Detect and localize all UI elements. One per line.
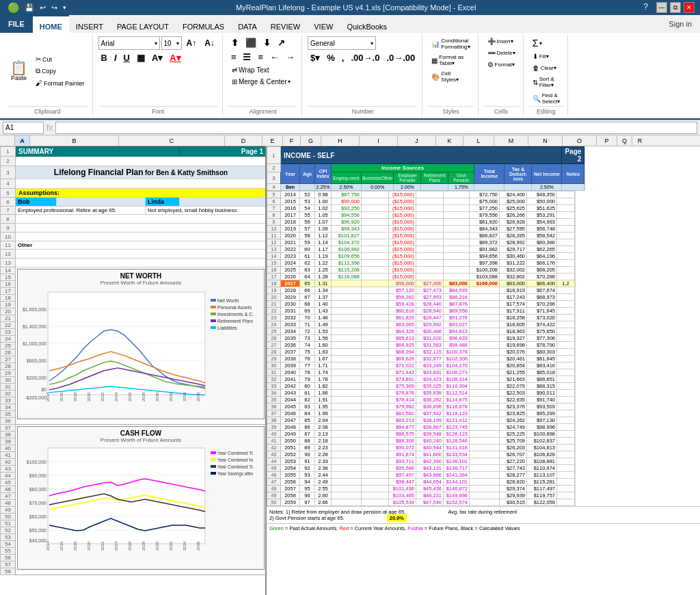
- col-header-n[interactable]: N: [528, 135, 563, 146]
- increase-decimal-btn[interactable]: .0→.00: [383, 51, 418, 64]
- linda-name: Linda: [146, 198, 180, 207]
- tab-data[interactable]: DATA: [231, 15, 264, 33]
- minimize-btn[interactable]: —: [656, 2, 667, 13]
- total-cell: [470, 369, 500, 376]
- col-header-o[interactable]: O: [563, 135, 597, 146]
- align-left-btn[interactable]: ≡: [228, 51, 239, 64]
- bold-btn[interactable]: B: [98, 51, 110, 64]
- col-header-k[interactable]: K: [436, 135, 463, 146]
- font-name-box[interactable]: Arial ▾: [98, 36, 160, 50]
- fill-color-btn[interactable]: A▾: [149, 51, 165, 64]
- col-header-q[interactable]: Q: [617, 135, 632, 146]
- col-header-m[interactable]: M: [494, 135, 528, 146]
- ribbon-tabs: FILE HOME INSERT PAGE LAYOUT FORMULAS DA…: [0, 15, 700, 33]
- restore-btn[interactable]: ⧉: [670, 2, 681, 13]
- col-header-j[interactable]: J: [398, 135, 436, 146]
- ret-cell: [416, 267, 444, 274]
- font-name-dropdown[interactable]: ▾: [154, 40, 157, 47]
- align-middle-btn[interactable]: ⬛: [243, 36, 259, 49]
- underline-btn[interactable]: U: [121, 51, 133, 64]
- italic-btn[interactable]: I: [111, 51, 120, 64]
- quickaccess-undo[interactable]: ↩: [40, 3, 46, 12]
- format-btn[interactable]: ⚙ Format▾: [484, 60, 519, 70]
- insert-btn[interactable]: ➕ Insert▾: [484, 36, 519, 47]
- col-header-l[interactable]: L: [463, 135, 494, 146]
- emp-pen-cell: $105,534: [389, 499, 416, 506]
- font-shrink-btn[interactable]: A↓: [201, 36, 218, 50]
- font-grow-btn[interactable]: A↑: [183, 36, 200, 50]
- cut-btn[interactable]: ✂ Cut: [32, 54, 88, 64]
- quickaccess-redo[interactable]: ↪: [51, 3, 57, 12]
- tab-insert[interactable]: INSERT: [69, 15, 110, 33]
- tax-deductions-header: Tax & Deduct-ions: [504, 164, 532, 184]
- copy-btn[interactable]: ⧉ Copy: [32, 66, 88, 77]
- indent-decrease-btn[interactable]: ←: [267, 51, 282, 64]
- col-header-b[interactable]: B: [30, 135, 119, 146]
- col-header-a[interactable]: A: [15, 135, 30, 146]
- sort-filter-btn[interactable]: ⇅ Sort &Filter▾: [529, 75, 563, 90]
- col-header-h[interactable]: H: [321, 135, 360, 146]
- align-bottom-btn[interactable]: ⬇: [260, 36, 273, 49]
- align-center-btn[interactable]: ☰: [240, 51, 254, 64]
- format-as-table-btn[interactable]: ▦ Format asTable▾: [428, 53, 473, 68]
- tab-quickbooks[interactable]: QuickBooks: [340, 15, 394, 33]
- ribbon: FILE HOME INSERT PAGE LAYOUT FORMULAS DA…: [0, 15, 700, 120]
- rotate-text-btn[interactable]: ↗: [275, 36, 288, 49]
- col-header-d[interactable]: D: [225, 135, 262, 146]
- format-painter-btn[interactable]: 🖌 Format Painter: [32, 78, 88, 88]
- row-num: 7: [1, 207, 16, 215]
- col-header-g[interactable]: G: [301, 135, 321, 146]
- dollar-btn[interactable]: $▾: [308, 51, 323, 64]
- delete-btn[interactable]: ➖ Delete▾: [484, 48, 519, 58]
- clear-btn[interactable]: 🗑 Clear▾: [529, 63, 563, 73]
- tab-formulas[interactable]: FORMULAS: [176, 15, 231, 33]
- notes-cell: [557, 410, 575, 417]
- cash-flow-svg: $100,000 $90,000 $80,000 $70,000 $60,000…: [21, 445, 253, 564]
- cell-styles-btn[interactable]: 🎨 CellStyles▾: [428, 69, 473, 84]
- tab-page-layout[interactable]: PAGE LAYOUT: [110, 15, 176, 33]
- close-btn[interactable]: ✕: [684, 2, 695, 13]
- col-header-e[interactable]: E: [262, 135, 283, 146]
- quickaccess-save[interactable]: 💾: [25, 3, 34, 12]
- percent-btn[interactable]: %: [324, 51, 338, 64]
- number-format-box[interactable]: General ▾: [308, 36, 376, 50]
- wrap-text-btn[interactable]: ⇌ Wrap Text: [228, 65, 297, 75]
- row-num: 13: [267, 246, 281, 253]
- col-header-i[interactable]: I: [360, 135, 398, 146]
- font-size-box[interactable]: 10 ▾: [161, 36, 182, 50]
- help-btn[interactable]: ?: [643, 2, 648, 13]
- border-btn[interactable]: ▦: [134, 51, 148, 64]
- cell-ref-box[interactable]: A1: [3, 122, 44, 134]
- font-color-btn[interactable]: A▾: [167, 51, 183, 64]
- sum-dropdown[interactable]: ▾: [539, 40, 542, 47]
- number-format-dropdown[interactable]: ▾: [371, 40, 373, 47]
- col-header-r[interactable]: R: [632, 135, 647, 146]
- tab-file[interactable]: FILE: [0, 15, 33, 33]
- col-header-f[interactable]: F: [283, 135, 301, 146]
- col-header-c[interactable]: C: [119, 135, 225, 146]
- autosum-btn[interactable]: Σ ▾: [529, 36, 563, 50]
- paste-btn[interactable]: 📋 Paste: [7, 51, 31, 91]
- tab-home[interactable]: HOME: [33, 15, 69, 33]
- sort-label: Sort &Filter▾: [539, 76, 554, 88]
- comma-btn[interactable]: ,: [339, 51, 347, 64]
- quickaccess-more[interactable]: ▾: [63, 4, 66, 11]
- align-right-btn[interactable]: ≡: [255, 51, 266, 64]
- col-header-p[interactable]: P: [597, 135, 617, 146]
- signin-link[interactable]: Sign in: [660, 15, 700, 33]
- merge-center-btn[interactable]: ⊞ Merge & Center ▾: [228, 77, 297, 87]
- tab-view[interactable]: VIEW: [307, 15, 340, 33]
- find-select-btn[interactable]: 🔍 Find &Select▾: [529, 91, 563, 106]
- font-size-dropdown[interactable]: ▾: [176, 40, 179, 47]
- formula-input[interactable]: [55, 122, 697, 134]
- age-cell: 63: [300, 267, 315, 274]
- merge-dropdown[interactable]: ▾: [288, 79, 291, 85]
- fill-btn[interactable]: ⬇ Fill▾: [529, 51, 563, 62]
- conditional-formatting-btn[interactable]: 📊 ConditionalFormatting▾: [428, 36, 473, 51]
- svg-text:2030: 2030: [155, 541, 159, 551]
- tab-review[interactable]: REVIEW: [264, 15, 307, 33]
- right-scroll[interactable]: 1 INCOME - SELF Page 2 2 Year Age CPI In…: [267, 146, 700, 595]
- align-top-btn[interactable]: ⬆: [228, 36, 241, 49]
- indent-increase-btn[interactable]: →: [283, 51, 297, 64]
- decrease-decimal-btn[interactable]: .00→.0: [348, 51, 382, 64]
